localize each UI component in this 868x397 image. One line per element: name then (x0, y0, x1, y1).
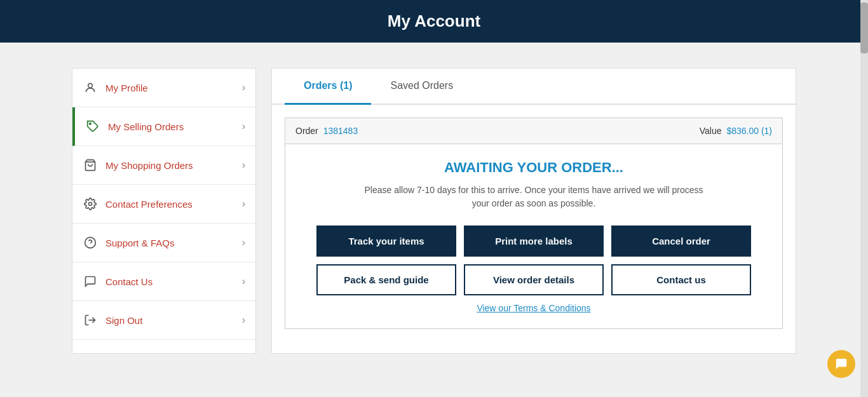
terms-conditions-link[interactable]: View our Terms & Conditions (298, 303, 770, 313)
sidebar-item-my-selling-orders-label: My Selling Orders (108, 121, 242, 132)
sidebar-item-my-shopping-orders-label: My Shopping Orders (105, 160, 242, 171)
order-status-desc: Please allow 7-10 days for this to arriv… (356, 184, 712, 210)
chevron-right-icon: › (242, 314, 245, 326)
chat-bubble-button[interactable] (827, 350, 855, 378)
print-labels-button[interactable]: Print more labels (464, 225, 604, 257)
tab-orders[interactable]: Orders (1) (285, 69, 371, 105)
order-body: AWAITING YOUR ORDER... Please allow 7-10… (285, 144, 782, 328)
contact-us-order-button[interactable]: Contact us (611, 264, 751, 295)
order-id-value: 1381483 (323, 126, 358, 136)
svg-point-1 (90, 123, 92, 125)
question-icon (83, 235, 98, 250)
primary-buttons-row: Track your items Print more labels Cance… (298, 225, 770, 257)
secondary-buttons-row: Pack & send guide View order details Con… (298, 264, 770, 295)
chat-icon (83, 274, 98, 289)
chevron-right-icon: › (242, 237, 245, 248)
svg-point-3 (89, 203, 92, 206)
sidebar-item-contact-preferences[interactable]: Contact Preferences › (72, 185, 255, 224)
page-header: My Account (0, 0, 868, 43)
sidebar-item-sign-out-label: Sign Out (105, 315, 242, 326)
sidebar-item-my-profile[interactable]: My Profile › (72, 69, 255, 107)
svg-point-0 (88, 83, 93, 88)
tab-saved-orders[interactable]: Saved Orders (371, 69, 472, 105)
order-value: Value $836.00 (1) (700, 126, 772, 136)
chevron-right-icon: › (242, 121, 245, 132)
sidebar-item-sign-out[interactable]: Sign Out › (72, 301, 255, 340)
chevron-right-icon: › (242, 198, 245, 210)
view-order-button[interactable]: View order details (464, 264, 604, 295)
sidebar-item-support-faqs-label: Support & FAQs (105, 238, 242, 248)
tag-icon (85, 119, 100, 134)
sidebar-item-contact-us[interactable]: Contact Us › (72, 262, 255, 301)
chevron-right-icon: › (242, 159, 245, 171)
right-panel: Orders (1) Saved Orders Order 1381483 Va… (271, 68, 796, 354)
order-card: Order 1381483 Value $836.00 (1) AWAITING… (285, 118, 783, 329)
chevron-right-icon: › (242, 276, 245, 287)
order-id: Order 1381483 (295, 126, 358, 136)
cancel-order-button[interactable]: Cancel order (611, 225, 751, 257)
page-title: My Account (388, 11, 480, 30)
sidebar-item-my-shopping-orders[interactable]: My Shopping Orders › (72, 146, 255, 185)
pack-send-button[interactable]: Pack & send guide (316, 264, 456, 295)
sidebar: My Profile › My Selling Orders › My Shop… (72, 68, 256, 354)
sidebar-item-my-selling-orders[interactable]: My Selling Orders › (72, 107, 255, 146)
signout-icon (83, 313, 98, 328)
person-icon (83, 80, 98, 95)
sidebar-item-my-profile-label: My Profile (105, 83, 242, 93)
scrollbar-thumb[interactable] (860, 3, 868, 53)
order-value-amount: $836.00 (1) (726, 126, 772, 136)
scrollbar-track (860, 0, 868, 397)
sidebar-item-contact-preferences-label: Contact Preferences (105, 199, 242, 210)
sidebar-item-contact-us-label: Contact Us (105, 276, 242, 287)
chevron-right-icon: › (242, 82, 245, 93)
order-status-title: AWAITING YOUR ORDER... (298, 159, 770, 176)
order-header: Order 1381483 Value $836.00 (1) (285, 118, 782, 144)
gear-icon (83, 196, 98, 212)
track-items-button[interactable]: Track your items (316, 225, 456, 257)
chat-bubble-icon (834, 357, 848, 371)
main-content: My Profile › My Selling Orders › My Shop… (59, 68, 809, 354)
tabs-container: Orders (1) Saved Orders (272, 69, 796, 105)
sidebar-item-support-faqs[interactable]: Support & FAQs › (72, 224, 255, 262)
bag-icon (83, 158, 98, 173)
